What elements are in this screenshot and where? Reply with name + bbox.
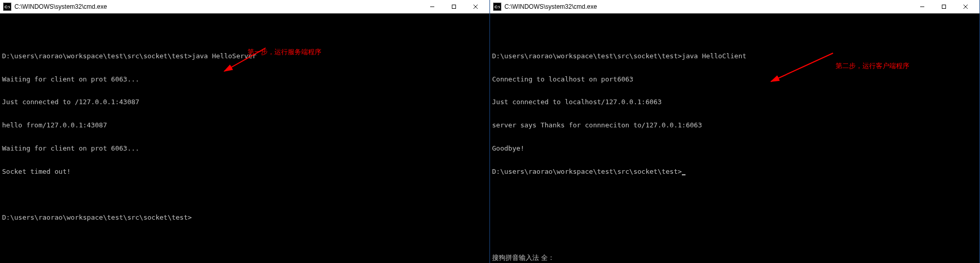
minimize-icon bbox=[920, 4, 925, 9]
terminal-line: Just connected to /127.0.0.1:43087 bbox=[2, 98, 487, 106]
terminal-line: Just connected to localhost/127.0.0.1:60… bbox=[492, 98, 977, 106]
terminal-line: hello from/127.0.0.1:43087 bbox=[2, 122, 487, 129]
terminal-line: D:\users\raorao\workspace\test\src\socke… bbox=[492, 168, 682, 175]
annotation-text: 第二步，运行客户端程序 bbox=[836, 62, 909, 70]
cmd-window-client: C:\ C:\WINDOWS\system32\cmd.exe D:\users… bbox=[490, 0, 980, 263]
maximize-icon bbox=[941, 4, 946, 9]
minimize-icon bbox=[430, 4, 435, 9]
maximize-button[interactable] bbox=[933, 0, 955, 13]
terminal-output[interactable]: D:\users\raorao\workspace\test\src\socke… bbox=[0, 13, 489, 263]
cmd-icon-label: C:\ bbox=[5, 5, 10, 9]
terminal-line: D:\users\raorao\workspace\test\src\socke… bbox=[2, 214, 487, 222]
terminal-line: D:\users\raorao\workspace\test\src\socke… bbox=[2, 53, 487, 60]
terminal-line: server says Thanks for connneciton to/12… bbox=[492, 122, 977, 129]
titlebar: C:\ C:\WINDOWS\system32\cmd.exe bbox=[490, 0, 979, 13]
terminal-cursor bbox=[682, 174, 685, 175]
close-button[interactable] bbox=[465, 0, 486, 13]
terminal-line: Goodbye! bbox=[492, 145, 977, 153]
window-title: C:\WINDOWS\system32\cmd.exe bbox=[14, 3, 421, 10]
cmd-icon: C:\ bbox=[493, 3, 501, 11]
terminal-line bbox=[2, 191, 487, 199]
terminal-line bbox=[492, 30, 977, 37]
close-icon bbox=[473, 4, 478, 9]
window-title: C:\WINDOWS\system32\cmd.exe bbox=[504, 3, 911, 10]
minimize-button[interactable] bbox=[911, 0, 933, 13]
annotation-arrow bbox=[763, 35, 836, 102]
window-controls bbox=[421, 0, 486, 13]
terminal-output[interactable]: D:\users\raorao\workspace\test\src\socke… bbox=[490, 13, 979, 263]
cmd-icon-label: C:\ bbox=[495, 5, 500, 9]
titlebar: C:\ C:\WINDOWS\system32\cmd.exe bbox=[0, 0, 489, 13]
terminal-line: Socket timed out! bbox=[2, 168, 487, 176]
cmd-icon: C:\ bbox=[3, 3, 11, 11]
maximize-icon bbox=[451, 4, 456, 9]
terminal-line bbox=[2, 30, 487, 37]
terminal-prompt-line: D:\users\raorao\workspace\test\src\socke… bbox=[492, 168, 977, 176]
svg-rect-7 bbox=[942, 5, 946, 9]
terminal-line: Connecting to localhost on port6063 bbox=[492, 76, 977, 84]
maximize-button[interactable] bbox=[443, 0, 465, 13]
close-icon bbox=[963, 4, 968, 9]
minimize-button[interactable] bbox=[421, 0, 443, 13]
terminal-line: Waiting for client on prot 6063... bbox=[2, 145, 487, 153]
close-button[interactable] bbox=[955, 0, 976, 13]
ime-status: 搜狗拼音输入法 全： bbox=[492, 254, 554, 262]
svg-rect-1 bbox=[452, 5, 456, 9]
cmd-window-server: C:\ C:\WINDOWS\system32\cmd.exe D:\users… bbox=[0, 0, 490, 263]
window-controls bbox=[911, 0, 976, 13]
terminal-line: Waiting for client on prot 6063... bbox=[2, 76, 487, 84]
terminal-line: D:\users\raorao\workspace\test\src\socke… bbox=[492, 53, 977, 60]
